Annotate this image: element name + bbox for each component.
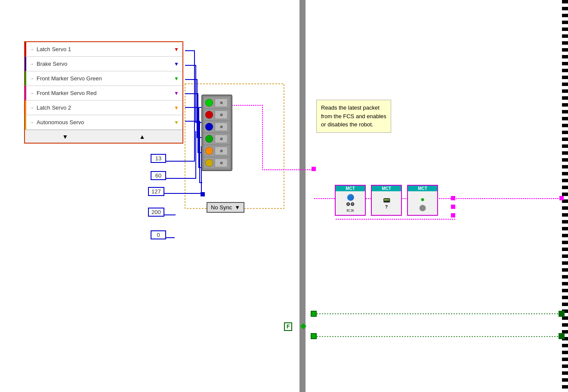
servo-label-latch2: Latch Servo 2 xyxy=(37,104,174,111)
servo-row-autonomous[interactable]: → Autonomous Servo ▼ xyxy=(25,115,182,130)
dropdown-arrow-frontred[interactable]: ▼ xyxy=(174,90,179,96)
servo-row-frontred[interactable]: → Front Marker Servo Red ▼ xyxy=(25,86,182,101)
mct-label-1: MCT xyxy=(336,186,365,191)
svg-rect-0 xyxy=(185,84,284,208)
servo-circle-row-2: ⚙ xyxy=(204,109,230,120)
servo-icon-5: ⚙ xyxy=(215,147,228,155)
mct-block-2[interactable]: MCT 📟 ? xyxy=(371,185,402,216)
servo-label-brake: Brake Servo xyxy=(37,61,174,67)
wire-junction xyxy=(201,192,205,196)
pink-terminal-1 xyxy=(312,167,316,171)
servo-circle-row-5: ⚙ xyxy=(204,145,230,156)
pink-terminal-2 xyxy=(451,196,455,200)
servo-row-latch1[interactable]: → Latch Servo 1 ▼ xyxy=(25,42,182,57)
pink-terminal-4 xyxy=(451,213,455,217)
circle-orange xyxy=(205,147,213,155)
servo-label-latch1: Latch Servo 1 xyxy=(37,46,174,52)
pink-terminal-3 xyxy=(451,205,455,209)
servo-icon-6: ⚙ xyxy=(215,159,228,167)
bluetooth-icon: 🔵 xyxy=(347,194,354,201)
servo-circle-row-1: ⚙ xyxy=(204,97,230,108)
servo-circle-row-4: ⚙ xyxy=(204,133,230,144)
circle-red xyxy=(205,111,213,119)
green-terminal-right-2 xyxy=(559,333,565,339)
mct2-icon: 📟 xyxy=(383,197,390,204)
no-sync-dropdown[interactable]: No Sync ▼ xyxy=(207,202,244,213)
servo-label-autonomous: Autonomous Servo xyxy=(37,119,174,126)
dropdown-arrow-brake[interactable]: ▼ xyxy=(174,61,179,67)
servo-arrow-icon: → xyxy=(30,91,34,95)
mct2-label: ? xyxy=(385,205,388,209)
mct-content-1: 🔵 ⚙⚙ ≡□≡ xyxy=(336,191,365,215)
servo-arrow-icon: → xyxy=(30,76,34,81)
mct-content-3: ● ⬤ xyxy=(408,191,437,215)
servo-block: ⚙ ⚙ ⚙ ⚙ ⚙ ⚙ xyxy=(201,95,232,171)
mct3-icon-green: ● xyxy=(420,196,425,203)
scroll-down-icon[interactable]: ▼ xyxy=(62,133,68,140)
servo-icon-1: ⚙ xyxy=(215,98,228,107)
num-box-200[interactable]: 200 xyxy=(148,208,164,217)
mct3-icon-gray: ⬤ xyxy=(419,204,426,211)
servo-icon-3: ⚙ xyxy=(215,122,228,131)
circle-blue xyxy=(205,123,213,131)
mct-label-3: MCT xyxy=(408,186,437,191)
servo-label-frontgreen: Front Marker Servo Green xyxy=(37,75,174,82)
vertical-divider-bar xyxy=(299,0,306,392)
circle-green2 xyxy=(205,135,213,143)
circle-green xyxy=(205,99,213,107)
num-box-60[interactable]: 60 xyxy=(151,171,166,180)
green-terminal-2 xyxy=(311,333,317,339)
servo-row-brake[interactable]: → Brake Servo ▼ xyxy=(25,57,182,71)
servo-row-frontgreen[interactable]: → Front Marker Servo Green ▼ xyxy=(25,71,182,86)
mct-block-1[interactable]: MCT 🔵 ⚙⚙ ≡□≡ xyxy=(335,185,366,216)
num-box-0[interactable]: 0 xyxy=(151,230,166,239)
servo-arrow-icon: → xyxy=(30,47,34,52)
no-sync-label: No Sync xyxy=(211,204,232,211)
servo-arrow-icon: → xyxy=(30,61,34,66)
green-terminal-right-1 xyxy=(559,311,565,317)
mct-content-2: 📟 ? xyxy=(372,191,401,215)
mct-block-3[interactable]: MCT ● ⬤ xyxy=(407,185,438,216)
dropdown-arrow-latch1[interactable]: ▼ xyxy=(174,46,179,52)
servo-icon-2: ⚙ xyxy=(215,110,228,119)
f-label: F xyxy=(287,324,290,330)
servo-circle-row-3: ⚙ xyxy=(204,121,230,132)
mct-label-2: MCT xyxy=(372,186,401,191)
pink-terminal-right-1 xyxy=(559,196,564,200)
servo-panel: → Latch Servo 1 ▼ → Brake Servo ▼ → Fron… xyxy=(24,41,183,144)
num-box-13[interactable]: 13 xyxy=(151,154,166,163)
servo-label-frontred: Front Marker Servo Red xyxy=(37,90,174,96)
servo-footer: ▼ ▲ xyxy=(25,130,182,143)
dropdown-arrow-frontgreen[interactable]: ▼ xyxy=(174,76,179,82)
scroll-up-icon[interactable]: ▲ xyxy=(139,133,145,140)
dropdown-arrow-latch2[interactable]: ▼ xyxy=(174,105,179,111)
servo-circle-row-6: ⚙ xyxy=(204,157,230,168)
dropdown-arrow-autonomous[interactable]: ▼ xyxy=(174,119,179,126)
num-box-127[interactable]: 127 xyxy=(148,187,164,196)
mct-bottom-row: ≡□≡ xyxy=(346,208,354,213)
servo-icon-4: ⚙ xyxy=(215,135,228,143)
green-terminal-1 xyxy=(311,311,317,317)
tooltip-text: Reads the latest packetfrom the FCS and … xyxy=(321,104,386,128)
mct-icons-row: ⚙⚙ xyxy=(346,202,355,207)
f-label-box: F xyxy=(284,322,292,331)
servo-arrow-icon: → xyxy=(30,105,34,110)
circle-yellow xyxy=(205,159,213,167)
no-sync-arrow[interactable]: ▼ xyxy=(235,204,240,211)
servo-arrow-icon: → xyxy=(30,120,34,125)
servo-row-latch2[interactable]: → Latch Servo 2 ▼ xyxy=(25,101,182,115)
tooltip-fcs: Reads the latest packetfrom the FCS and … xyxy=(316,100,391,133)
